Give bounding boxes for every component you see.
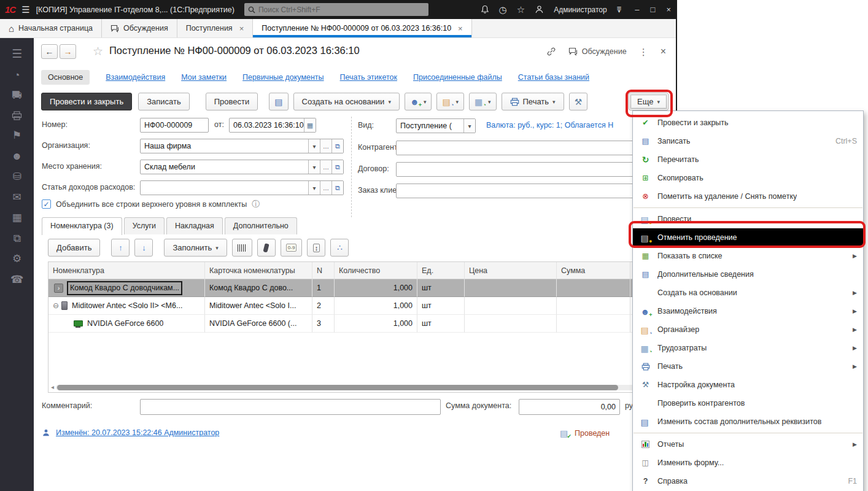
more-button[interactable]: Еще▾ bbox=[629, 93, 668, 110]
menu-item-print[interactable]: Печать▶ bbox=[633, 357, 863, 376]
search-input[interactable] bbox=[258, 6, 425, 14]
notifications-bell-icon[interactable] bbox=[481, 5, 489, 14]
tab-services[interactable]: Услуги bbox=[124, 217, 165, 234]
sidebar-delivery-icon[interactable]: ⛟ bbox=[12, 90, 22, 101]
col-price[interactable]: Цена bbox=[465, 262, 557, 279]
tree-view-button[interactable]: ∴ bbox=[330, 239, 349, 257]
dropdown-icon[interactable]: ▾ bbox=[308, 160, 320, 174]
close-form-button[interactable]: × bbox=[661, 47, 666, 56]
menu-item-reports[interactable]: Отчеты▶ bbox=[633, 435, 863, 454]
open-item-icon[interactable]: ⧉ bbox=[331, 181, 343, 195]
date-field[interactable]: 06.03.2023 16:36:10 ▦ bbox=[229, 118, 316, 133]
print-button[interactable]: Печать▾ bbox=[502, 93, 564, 110]
move-row-down-button[interactable]: ↓ bbox=[134, 239, 153, 257]
labor-costs-button[interactable]: ▦◔▾ bbox=[469, 93, 497, 110]
barcode-search-button[interactable] bbox=[232, 239, 252, 257]
additional-info-button[interactable]: ▤ bbox=[269, 93, 288, 110]
navlink-main[interactable]: Основное bbox=[41, 70, 90, 85]
tab-receipts-list[interactable]: Поступления × bbox=[177, 19, 254, 37]
info-icon[interactable]: ⓘ bbox=[252, 200, 260, 208]
menu-item-labor-costs[interactable]: ▦◔Трудозатраты▶ bbox=[633, 339, 863, 357]
navlink-interactions[interactable]: Взаимодействия bbox=[106, 73, 165, 82]
sidebar-dashboard-icon[interactable]: ◔ bbox=[14, 70, 20, 80]
table-row[interactable]: NVIDIA GeForce 6600 NVIDIA GeForce 6600 … bbox=[48, 315, 668, 333]
back-button[interactable]: ← bbox=[41, 44, 58, 59]
calendar-picker-icon[interactable]: ▦ bbox=[304, 118, 316, 132]
navlink-primary-docs[interactable]: Первичные документы bbox=[242, 73, 324, 82]
sidebar-money-icon[interactable]: ⛁ bbox=[12, 171, 21, 182]
combine-checkbox[interactable]: ✓ bbox=[42, 199, 51, 209]
save-button[interactable]: Записать bbox=[138, 93, 190, 110]
menu-item-show-in-list[interactable]: ▦Показать в списке▶ bbox=[633, 247, 863, 265]
sidebar-calendar-icon[interactable]: ▦ bbox=[12, 212, 21, 223]
close-tab-icon[interactable]: × bbox=[458, 24, 463, 33]
create-based-on-button[interactable]: Создать на основании▾ bbox=[293, 93, 400, 110]
move-row-up-button[interactable]: ↑ bbox=[111, 239, 130, 257]
forward-button[interactable]: → bbox=[60, 44, 76, 59]
current-cell[interactable]: Комод Квадро С доводчикам... bbox=[67, 281, 182, 295]
col-card[interactable]: Карточка номенклатуры bbox=[205, 262, 312, 279]
storage-field[interactable]: Склад мебели ▾ … ⧉ bbox=[140, 160, 344, 174]
collapse-icon[interactable]: ⊖ bbox=[53, 301, 59, 310]
kind-field[interactable]: Поступление ( ▾ bbox=[396, 118, 476, 133]
sidebar-people-icon[interactable]: ☻ bbox=[12, 151, 23, 161]
sidebar-menu-icon[interactable]: ☰ bbox=[12, 48, 22, 60]
client-order-field[interactable] bbox=[396, 184, 637, 198]
current-user-label[interactable]: Администратор bbox=[554, 6, 607, 14]
horizontal-scrollbar[interactable]: ◂ bbox=[51, 384, 666, 390]
serial-numbers-button[interactable]: 0-9 bbox=[281, 239, 303, 257]
barcode-scanner-button[interactable] bbox=[257, 239, 276, 257]
sidebar-map-icon[interactable]: ⚑ bbox=[12, 130, 21, 141]
discussion-button[interactable]: Обсуждение bbox=[568, 47, 627, 56]
tab-receipt-document[interactable]: Поступление № НФ00-000009 от 06.03.2023 … bbox=[253, 19, 471, 37]
comment-field[interactable] bbox=[140, 399, 441, 415]
history-icon[interactable]: ◷ bbox=[499, 5, 507, 14]
organization-field[interactable]: Наша фирма ▾ … ⧉ bbox=[140, 139, 344, 153]
modified-link[interactable]: Изменён: 20.07.2023 15:22:46 Администрат… bbox=[56, 428, 219, 437]
open-item-icon[interactable]: ⧉ bbox=[331, 139, 343, 153]
add-row-button[interactable]: Добавить bbox=[48, 239, 100, 257]
dropdown-icon[interactable]: ▾ bbox=[308, 181, 320, 195]
more-commands-icon[interactable]: ⋮ bbox=[639, 47, 648, 56]
sidebar-documents-icon[interactable]: ⧉ bbox=[13, 233, 20, 244]
contractor-field[interactable] bbox=[396, 141, 637, 155]
fill-button[interactable]: Заполнить▾ bbox=[164, 239, 227, 257]
tab-discussions[interactable]: Обсуждения bbox=[102, 19, 177, 37]
navlink-kb-articles[interactable]: Статьи базы знаний bbox=[518, 73, 589, 82]
menu-item-create-based-on[interactable]: Создать на основании▶ bbox=[633, 284, 863, 302]
menu-item-post-and-close[interactable]: ✔Провести и закрыть bbox=[633, 114, 863, 132]
tab-home[interactable]: ⌂ Начальная страница bbox=[0, 19, 102, 37]
navlink-print-labels[interactable]: Печать этикеток bbox=[340, 73, 397, 82]
organizer-button[interactable]: ▤◔▾ bbox=[436, 93, 464, 110]
menu-item-edit-additional-attrs[interactable]: ▤Изменить состав дополнительных реквизит… bbox=[633, 412, 863, 431]
menu-item-check-contractors[interactable]: Проверить контрагентов bbox=[633, 394, 863, 412]
minimize-button[interactable]: – bbox=[635, 5, 639, 14]
main-menu-icon[interactable]: ☰ bbox=[21, 4, 29, 15]
col-quantity[interactable]: Количество bbox=[335, 262, 417, 279]
menu-item-help[interactable]: ?СправкаF1 bbox=[633, 472, 863, 490]
global-search[interactable] bbox=[244, 3, 428, 16]
ellipsis-choose-icon[interactable]: … bbox=[320, 139, 331, 153]
close-tab-icon[interactable]: × bbox=[239, 24, 244, 33]
favorite-star-icon[interactable]: ☆ bbox=[93, 45, 103, 57]
copy-link-icon[interactable] bbox=[546, 47, 556, 56]
service-settings-icon[interactable]: ≡▾ bbox=[617, 6, 622, 14]
document-sum-field[interactable]: 0,00 bbox=[519, 399, 620, 415]
post-and-close-button[interactable]: Провести и закрыть bbox=[41, 93, 132, 110]
scrollbar-thumb[interactable] bbox=[57, 385, 618, 390]
document-settings-button[interactable]: ⚒ bbox=[569, 93, 588, 110]
menu-item-additional-info[interactable]: ▤Дополнительные сведения bbox=[633, 265, 863, 284]
col-n[interactable]: N bbox=[312, 262, 335, 279]
menu-item-interactions[interactable]: ☻+Взаимодействия▶ bbox=[633, 302, 863, 320]
dropdown-icon[interactable]: ▾ bbox=[308, 139, 320, 153]
row-height-button[interactable]: ↕ bbox=[307, 239, 325, 257]
tab-nomenclature[interactable]: Номенклатура (3) bbox=[42, 217, 122, 235]
tab-invoice[interactable]: Накладная bbox=[166, 217, 223, 234]
favorites-star-icon[interactable]: ☆ bbox=[517, 5, 525, 14]
sidebar-phone-icon[interactable]: ☎ bbox=[10, 274, 23, 285]
menu-item-post[interactable]: ▤●Провести bbox=[633, 210, 863, 228]
menu-item-unpost[interactable]: ▤●Отменить проведение bbox=[633, 228, 863, 247]
post-button[interactable]: Провести bbox=[206, 93, 258, 110]
menu-item-save[interactable]: ▤ЗаписатьCtrl+S bbox=[633, 132, 863, 150]
open-item-icon[interactable]: ⧉ bbox=[331, 160, 343, 174]
